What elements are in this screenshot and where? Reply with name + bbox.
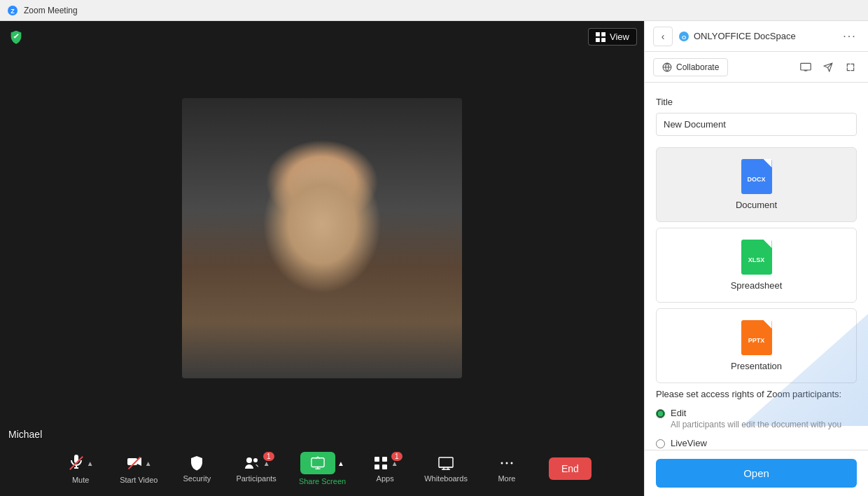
main-content: View Michael	[0, 21, 868, 496]
apps-button[interactable]: ▲ 1 Apps	[357, 449, 413, 488]
svg-rect-20	[439, 457, 453, 467]
app-title: Zoom Meeting	[24, 6, 78, 15]
view-button[interactable]: View	[588, 28, 637, 46]
grid-icon	[596, 32, 606, 42]
access-section: Please set access rights of Zoom partici…	[656, 389, 857, 450]
svg-rect-5	[601, 38, 606, 42]
apps-icon	[372, 455, 389, 471]
docx-icon: DOCX	[741, 159, 772, 194]
mute-button[interactable]: ▲ Mute	[52, 448, 108, 490]
security-icon	[188, 455, 205, 471]
collaborate-icon	[662, 62, 672, 72]
monitor-icon	[800, 62, 811, 72]
video-participant	[182, 98, 462, 378]
more-button[interactable]: More	[479, 449, 535, 488]
start-video-label: Start Video	[120, 476, 158, 484]
toolbar: ▲ Mute ▲ Start Video	[0, 441, 644, 496]
share-caret[interactable]: ▲	[337, 460, 344, 467]
back-arrow: ‹	[662, 31, 665, 42]
share-screen-icon	[310, 456, 326, 470]
video-area: View Michael	[0, 21, 644, 496]
open-button-wrap: Open	[645, 450, 868, 496]
participants-button[interactable]: ▲ 1 Participants	[225, 449, 287, 488]
panel-title-area: O ONLYOFFICE DocSpace	[678, 31, 834, 42]
title-bar: Z Zoom Meeting	[0, 0, 868, 21]
video-caret[interactable]: ▲	[145, 460, 152, 467]
spreadsheet-type-button[interactable]: XLSX Spreadsheet	[656, 228, 857, 303]
security-label: Security	[183, 474, 211, 483]
svg-rect-3	[601, 32, 606, 36]
whiteboards-button[interactable]: Whiteboards	[413, 449, 479, 488]
liveview-radio[interactable]	[656, 439, 665, 448]
svg-point-27	[510, 462, 512, 464]
more-options-button[interactable]: ···	[840, 27, 860, 46]
end-button[interactable]: End	[549, 457, 592, 480]
arrow-button[interactable]	[819, 58, 837, 76]
right-panel: ‹ O ONLYOFFICE DocSpace ··· Collaborate	[644, 21, 868, 496]
svg-text:Z: Z	[10, 8, 15, 15]
svg-point-11	[246, 457, 252, 463]
more-label: More	[498, 474, 515, 483]
svg-point-12	[253, 458, 258, 462]
shield-icon	[8, 29, 24, 48]
svg-rect-31	[801, 63, 811, 70]
edit-radio[interactable]	[656, 409, 665, 418]
mute-caret[interactable]: ▲	[87, 460, 94, 467]
more-dots-icon: ···	[843, 30, 856, 43]
whiteboards-label: Whiteboards	[424, 474, 468, 483]
title-input[interactable]	[656, 113, 857, 136]
whiteboard-icon	[438, 455, 454, 471]
svg-rect-2	[596, 32, 600, 36]
share-screen-button[interactable]: ▲ Share Screen	[288, 446, 357, 491]
share-screen-label: Share Screen	[299, 477, 346, 485]
participants-icon	[243, 455, 261, 471]
collaborate-button[interactable]: Collaborate	[653, 58, 728, 76]
participants-label: Participants	[236, 474, 276, 483]
collaborate-label: Collaborate	[676, 62, 719, 72]
back-button[interactable]: ‹	[653, 27, 673, 46]
open-button[interactable]: Open	[656, 459, 857, 488]
participants-badge: 1	[263, 452, 274, 461]
pptx-icon: PPTX	[741, 320, 772, 355]
svg-rect-18	[374, 464, 379, 469]
panel-content: Title DOCX Document XLSX Spreadsheet	[645, 83, 868, 450]
more-icon	[498, 455, 515, 471]
send-icon	[823, 62, 833, 72]
svg-point-26	[505, 462, 507, 464]
svg-rect-16	[374, 457, 379, 462]
apps-badge: 1	[391, 452, 402, 461]
svg-rect-4	[596, 38, 600, 42]
svg-rect-13	[312, 458, 324, 467]
monitor-button[interactable]	[797, 58, 815, 76]
zoom-icon: Z	[7, 5, 18, 16]
collapse-icon	[846, 62, 855, 72]
liveview-option[interactable]: LiveView All participants will see your …	[656, 438, 857, 450]
access-title: Please set access rights of Zoom partici…	[656, 389, 857, 399]
title-field-label: Title	[656, 97, 857, 107]
participant-face	[182, 98, 462, 378]
apps-label: Apps	[377, 474, 394, 483]
edit-option-title: Edit	[671, 408, 841, 418]
start-video-button[interactable]: ▲ Start Video	[108, 448, 169, 490]
panel-header: ‹ O ONLYOFFICE DocSpace ···	[645, 21, 868, 52]
presentation-type-button[interactable]: PPTX Presentation	[656, 308, 857, 383]
edit-option-desc: All participants will edit the document …	[671, 420, 841, 429]
panel-title-text: ONLYOFFICE DocSpace	[694, 31, 796, 41]
svg-point-25	[500, 462, 503, 464]
panel-toolbar-icons	[797, 58, 860, 76]
svg-text:O: O	[682, 34, 686, 41]
document-type-button[interactable]: DOCX Document	[656, 147, 857, 222]
security-button[interactable]: Security	[169, 449, 225, 488]
view-label: View	[610, 32, 629, 42]
spreadsheet-type-label: Spreadsheet	[731, 280, 783, 291]
onlyoffice-icon: O	[678, 31, 690, 42]
mute-label: Mute	[72, 476, 89, 484]
document-type-label: Document	[736, 200, 777, 210]
svg-rect-17	[382, 457, 387, 462]
edit-option[interactable]: Edit All participants will edit the docu…	[656, 408, 857, 429]
collapse-button[interactable]	[841, 58, 860, 76]
liveview-option-title: LiveView	[671, 438, 802, 448]
xlsx-icon: XLSX	[741, 240, 772, 275]
participant-name: Michael	[8, 429, 42, 440]
panel-toolbar: Collaborate	[645, 52, 868, 83]
